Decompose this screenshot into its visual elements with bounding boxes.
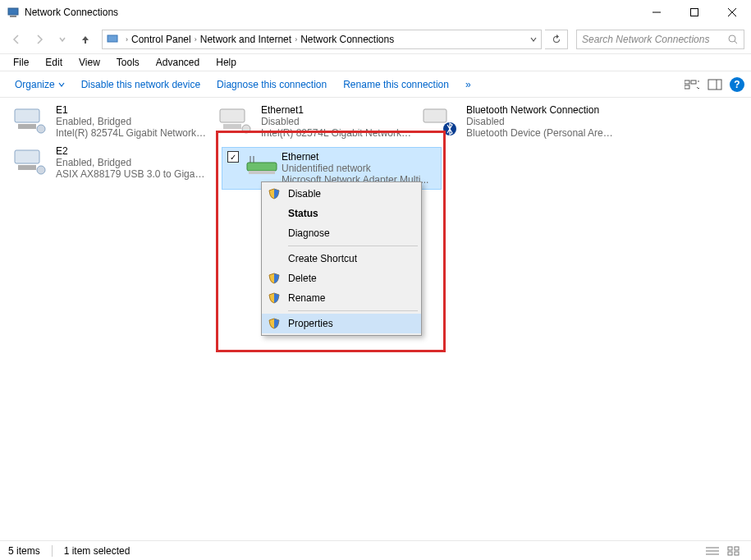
svg-rect-15: [15, 109, 39, 122]
preview-pane-button[interactable]: [705, 75, 725, 94]
forward-button[interactable]: [30, 30, 49, 49]
svg-point-20: [242, 125, 250, 133]
connection-item[interactable]: E2 Enabled, Bridged ASIX AX88179 USB 3.0…: [7, 144, 212, 185]
status-bar: 5 items 1 item selected: [0, 540, 751, 560]
svg-point-7: [729, 35, 735, 42]
command-bar: Organize Disable this network device Dia…: [0, 71, 751, 98]
window-controls: [638, 0, 751, 25]
menu-file[interactable]: File: [7, 55, 35, 70]
menu-bar: File Edit View Tools Advanced Help: [0, 54, 751, 71]
shield-icon: [268, 273, 280, 284]
connection-item[interactable]: Ethernet1 Disabled Intel(R) 82574L Gigab…: [212, 103, 417, 144]
details-view-button[interactable]: [703, 544, 721, 558]
window-title: Network Connections: [25, 7, 638, 18]
title-bar: Network Connections: [0, 0, 751, 25]
context-diagnose[interactable]: Diagnose: [262, 223, 421, 243]
diagnose-button[interactable]: Diagnose this connection: [208, 76, 335, 94]
refresh-button[interactable]: [545, 30, 568, 49]
app-icon: [7, 6, 20, 19]
menu-view[interactable]: View: [72, 55, 107, 70]
connection-status: Disabled: [261, 116, 413, 127]
connection-status: Disabled: [466, 116, 618, 127]
address-dropdown-icon[interactable]: [529, 35, 538, 44]
svg-rect-1: [10, 16, 16, 17]
chevron-right-icon: ›: [126, 35, 128, 44]
svg-rect-3: [691, 9, 698, 16]
back-button[interactable]: [7, 30, 26, 49]
menu-separator: [288, 246, 418, 246]
context-delete[interactable]: Delete: [262, 269, 421, 288]
recent-dropdown[interactable]: [53, 30, 72, 49]
location-icon: [106, 33, 119, 46]
rename-button[interactable]: Rename this connection: [335, 76, 457, 94]
context-rename[interactable]: Rename: [262, 288, 421, 308]
menu-tools[interactable]: Tools: [110, 55, 146, 70]
large-icons-view-button[interactable]: [725, 544, 743, 558]
view-options-button[interactable]: [682, 75, 702, 94]
svg-rect-24: [18, 165, 36, 170]
chevron-right-icon: ›: [295, 35, 297, 44]
context-status[interactable]: Status: [262, 204, 421, 223]
menu-advanced[interactable]: Advanced: [149, 55, 206, 70]
status-selection-count: 1 item selected: [64, 545, 131, 557]
search-placeholder: Search Network Connections: [582, 34, 727, 45]
context-create-shortcut[interactable]: Create Shortcut: [262, 249, 421, 269]
svg-rect-11: [685, 85, 689, 89]
shield-icon: [268, 318, 280, 329]
connection-name: Ethernet: [282, 151, 428, 163]
status-item-count: 5 items: [8, 545, 40, 557]
search-input[interactable]: Search Network Connections: [576, 30, 744, 49]
shield-icon: [268, 292, 280, 304]
svg-rect-26: [247, 163, 277, 171]
connection-item[interactable]: Bluetooth Network Connection Disabled Bl…: [417, 103, 647, 144]
selection-checkbox[interactable]: ✓: [227, 151, 239, 163]
svg-rect-13: [708, 80, 721, 90]
status-divider: [52, 545, 53, 557]
breadcrumb-part[interactable]: Network and Internet: [200, 34, 291, 45]
menu-separator: [288, 310, 418, 311]
svg-rect-35: [728, 552, 732, 555]
connection-device: Intel(R) 82574L Gigabit Network C...: [56, 127, 208, 139]
menu-help[interactable]: Help: [209, 55, 243, 70]
up-button[interactable]: [76, 30, 95, 49]
svg-rect-18: [220, 109, 245, 122]
connection-item[interactable]: E1 Enabled, Bridged Intel(R) 82574L Giga…: [7, 103, 212, 144]
svg-rect-0: [8, 8, 18, 15]
minimize-button[interactable]: [638, 0, 675, 25]
svg-rect-23: [15, 150, 39, 163]
svg-rect-9: [685, 80, 689, 84]
shield-icon: [268, 188, 280, 200]
connection-device: Bluetooth Device (Personal Area ...: [466, 127, 618, 139]
maximize-button[interactable]: [675, 0, 713, 25]
context-disable[interactable]: Disable: [262, 184, 421, 204]
svg-rect-19: [223, 124, 241, 129]
svg-rect-29: [249, 171, 275, 174]
connection-status: Enabled, Bridged: [56, 157, 208, 168]
network-adapter-icon: [10, 145, 49, 178]
context-properties[interactable]: Properties: [262, 314, 421, 333]
chevron-right-icon: ›: [195, 35, 197, 44]
network-adapter-icon: [10, 104, 49, 137]
network-adapter-disabled-icon: [215, 104, 254, 137]
disable-device-button[interactable]: Disable this network device: [73, 76, 208, 94]
svg-rect-21: [424, 109, 446, 122]
svg-rect-6: [108, 35, 117, 42]
svg-point-17: [37, 125, 45, 133]
svg-rect-34: [735, 547, 739, 550]
connection-name: E1: [56, 104, 208, 116]
organize-button[interactable]: Organize: [7, 76, 73, 94]
help-button[interactable]: ?: [730, 77, 744, 92]
connection-name: Bluetooth Network Connection: [466, 104, 618, 116]
search-icon: [727, 34, 739, 45]
svg-line-8: [735, 41, 737, 44]
connection-status: Enabled, Bridged: [56, 116, 208, 127]
breadcrumb-part[interactable]: Network Connections: [300, 34, 394, 45]
connection-name: Ethernet1: [261, 104, 413, 116]
close-button[interactable]: [713, 0, 751, 25]
svg-point-25: [37, 166, 45, 174]
breadcrumb-part[interactable]: Control Panel: [131, 34, 191, 45]
menu-edit[interactable]: Edit: [39, 55, 69, 70]
more-commands-button[interactable]: »: [457, 76, 479, 94]
connection-name: E2: [56, 145, 208, 157]
address-bar[interactable]: › Control Panel › Network and Internet ›…: [102, 30, 542, 49]
